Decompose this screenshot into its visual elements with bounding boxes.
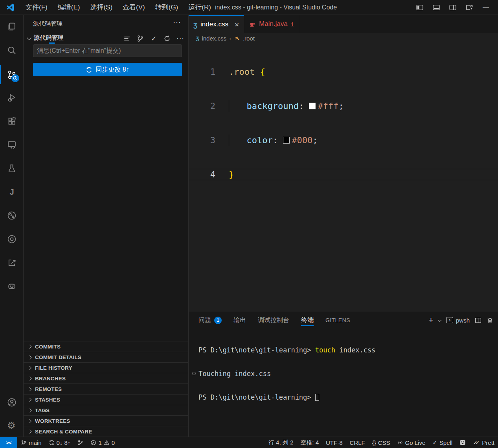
eol-sequence[interactable]: CRLF xyxy=(346,437,368,448)
section-label: COMMIT DETAILS xyxy=(35,354,81,360)
git-graph-icon[interactable] xyxy=(7,211,17,220)
sidebar-section-commit-details[interactable]: COMMIT DETAILS xyxy=(24,352,188,362)
account-icon[interactable] xyxy=(7,398,17,407)
source-control-icon[interactable] xyxy=(7,70,17,79)
panel-tab-debug-console[interactable]: 调试控制台 xyxy=(258,312,289,328)
terminal-instance-item[interactable]: › pwsh xyxy=(446,317,470,324)
sync-changes-button[interactable]: 同步更改 8↑ xyxy=(33,63,182,76)
sync-status[interactable]: 0↓ 8↑ xyxy=(45,437,74,448)
sidebar-more-icon[interactable]: ··· xyxy=(173,18,181,26)
remote-indicator[interactable]: >< xyxy=(0,437,17,448)
sidebar-section-tags[interactable]: TAGS xyxy=(24,405,188,415)
menu-run[interactable]: 运行(R) xyxy=(183,1,216,13)
go-live-button[interactable]: Go Live xyxy=(394,437,429,448)
gear-glyph: ⚙ xyxy=(7,420,16,431)
toggle-secondary-sidebar-icon[interactable] xyxy=(446,2,459,13)
java-extension-icon[interactable]: J xyxy=(7,187,17,197)
tab-problem-badge: 1 xyxy=(291,21,294,28)
prettier-status[interactable]: ✓✓ Prett xyxy=(469,437,498,448)
problems-status[interactable]: 1 0 xyxy=(87,437,118,448)
panel-tab-terminal[interactable]: 终端 xyxy=(301,312,314,328)
terminal-command: touch xyxy=(315,346,335,354)
commit-message-input[interactable] xyxy=(33,44,182,57)
panel-tab-gitlens[interactable]: GITLENS xyxy=(325,312,350,328)
scm-toolbar: ✓ ··· xyxy=(123,35,184,42)
menu-selection[interactable]: 选择(S) xyxy=(85,1,118,13)
customize-layout-icon[interactable] xyxy=(463,2,476,13)
toggle-panel-icon[interactable] xyxy=(430,2,443,13)
commit-check-icon[interactable]: ✓ xyxy=(150,35,158,42)
menu-goto[interactable]: 转到(G) xyxy=(150,1,184,13)
tab-label: Main.java xyxy=(259,20,288,28)
panel-tab-problems[interactable]: 问题 1 xyxy=(198,312,222,328)
view-as-graph-icon[interactable] xyxy=(136,35,144,42)
split-terminal-icon[interactable] xyxy=(475,317,481,324)
scm-sidebar: 源代码管理 ··· 源代码管理 ✓ ··· 同 xyxy=(24,15,189,437)
menu-edit[interactable]: 编辑(E) xyxy=(53,1,85,13)
color-swatch-white[interactable] xyxy=(309,103,316,109)
graph-status-icon[interactable] xyxy=(74,437,87,448)
css-value: #000 xyxy=(292,135,312,145)
feedback-smiley[interactable] xyxy=(456,437,469,448)
scm-section-header[interactable]: 源代码管理 ✓ ··· xyxy=(24,33,188,44)
new-terminal-icon[interactable]: + xyxy=(428,316,434,324)
remote-explorer-icon[interactable] xyxy=(7,140,17,149)
breadcrumb-symbol[interactable]: .root xyxy=(243,35,255,42)
terminal-icon: › xyxy=(446,317,453,323)
color-swatch-black[interactable] xyxy=(283,137,290,144)
terminal-cursor xyxy=(315,394,319,401)
run-debug-icon[interactable] xyxy=(7,93,17,102)
terminal-output[interactable]: PS D:\git\note\git-learning> touch index… xyxy=(189,330,498,437)
code-editor[interactable]: 1.root { 2background: #fff; 3color: #000… xyxy=(189,43,498,312)
breadcrumb-file[interactable]: index.css xyxy=(202,35,226,42)
branch-indicator[interactable]: main xyxy=(17,437,45,448)
colon: : xyxy=(273,135,283,145)
menu-file[interactable]: 文件(F) xyxy=(20,1,53,13)
spell-checker[interactable]: ✓ Spell xyxy=(429,437,456,448)
command-decoration-icon[interactable] xyxy=(192,372,196,375)
indentation[interactable]: 空格: 4 xyxy=(297,437,322,448)
sidebar-section-file-history[interactable]: FILE HISTORY xyxy=(24,362,188,373)
chevron-right-icon xyxy=(28,430,32,433)
sidebar-section-worktrees[interactable]: WORKTREES xyxy=(24,415,188,426)
extensions-icon[interactable] xyxy=(7,116,17,126)
cursor-position[interactable]: 行 4, 列 2 xyxy=(265,437,297,448)
prettier-text: Prett xyxy=(482,439,494,446)
explorer-icon[interactable] xyxy=(7,22,17,31)
sidebar-section-branches[interactable]: BRANCHES xyxy=(24,373,188,383)
scm-more-icon[interactable]: ··· xyxy=(176,35,184,42)
export-tool-icon[interactable] xyxy=(7,258,17,267)
language-mode[interactable]: {} CSS xyxy=(369,437,394,448)
scm-active-underline xyxy=(49,42,55,44)
panel-tab-output[interactable]: 输出 xyxy=(233,312,246,328)
tab-index-css[interactable]: ʒ index.css × xyxy=(189,15,244,33)
check-icon: ✓ xyxy=(432,439,437,446)
view-as-list-icon[interactable] xyxy=(123,35,131,42)
settings-gear-icon[interactable]: ⚙ xyxy=(7,421,17,430)
sidebar-section-search-compare[interactable]: SEARCH & COMPARE xyxy=(24,426,188,437)
terminal-dropdown-icon[interactable] xyxy=(438,319,441,322)
testing-beaker-icon[interactable] xyxy=(7,164,17,173)
encoding[interactable]: UTF-8 xyxy=(322,437,346,448)
section-label: STASHES xyxy=(35,397,60,403)
semicolon: ; xyxy=(312,135,318,145)
search-icon[interactable] xyxy=(7,46,17,55)
menu-view[interactable]: 查看(V) xyxy=(118,1,150,13)
refresh-icon[interactable] xyxy=(163,35,171,42)
sync-icon xyxy=(86,66,92,73)
smiley-icon xyxy=(459,439,466,446)
minimize-button[interactable]: — xyxy=(479,2,492,13)
toggle-sidebar-icon[interactable] xyxy=(413,2,426,13)
tab-main-java[interactable]: Main.java 1 xyxy=(244,15,299,33)
sidebar-section-stashes[interactable]: STASHES xyxy=(24,394,188,405)
close-icon[interactable]: × xyxy=(235,21,239,28)
robot-assistant-icon[interactable] xyxy=(7,281,17,291)
record-target-icon[interactable] xyxy=(7,234,17,244)
chevron-right-icon xyxy=(28,376,32,380)
sidebar-section-remotes[interactable]: REMOTES xyxy=(24,383,188,394)
remote-icon: >< xyxy=(6,440,11,446)
activity-bar: J ⚙ xyxy=(0,15,24,437)
code-line-1: 1.root { xyxy=(189,66,498,77)
sidebar-section-commits[interactable]: COMMITS xyxy=(24,341,188,352)
kill-terminal-trash-icon[interactable] xyxy=(487,317,493,324)
